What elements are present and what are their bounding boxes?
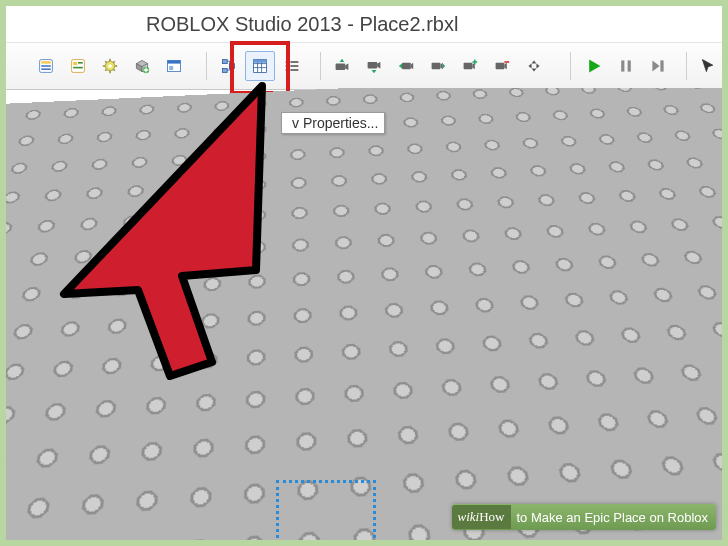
properties-button[interactable] bbox=[245, 51, 275, 81]
explorer-button[interactable] bbox=[63, 51, 93, 81]
diagram-button[interactable] bbox=[213, 51, 243, 81]
camera-zoom-out-button[interactable] bbox=[487, 51, 517, 81]
svg-rect-13 bbox=[169, 66, 173, 70]
svg-rect-14 bbox=[222, 60, 227, 64]
camera-zoom-in-button[interactable] bbox=[455, 51, 485, 81]
svg-rect-18 bbox=[254, 60, 267, 63]
baseplate bbox=[6, 88, 722, 540]
select-cursor-icon bbox=[700, 56, 716, 76]
toolbar-group-camera bbox=[326, 49, 550, 83]
svg-rect-21 bbox=[286, 69, 289, 71]
output-button[interactable] bbox=[277, 51, 307, 81]
camera-zoom-in-icon bbox=[462, 56, 478, 76]
svg-rect-31 bbox=[621, 60, 624, 71]
wikihow-caption-text: to Make an Epic Place on Roblox bbox=[517, 510, 709, 525]
toolbar-group-view bbox=[212, 49, 308, 83]
camera-pan-left-icon bbox=[398, 56, 414, 76]
svg-rect-28 bbox=[432, 63, 441, 69]
toolbox-button[interactable] bbox=[31, 51, 61, 81]
step-back-button[interactable] bbox=[643, 51, 673, 81]
svg-rect-16 bbox=[230, 64, 235, 69]
svg-rect-29 bbox=[464, 63, 473, 69]
object-browser-button[interactable] bbox=[159, 51, 189, 81]
settings-gear-icon bbox=[102, 56, 118, 76]
svg-point-9 bbox=[108, 64, 112, 68]
svg-rect-26 bbox=[368, 62, 378, 68]
window-title: ROBLOX Studio 2013 - Place2.rbxl bbox=[6, 6, 722, 43]
settings-button[interactable] bbox=[95, 51, 125, 81]
app-window: ROBLOX Studio 2013 - Place2.rbxl bbox=[0, 0, 728, 546]
svg-rect-25 bbox=[336, 64, 346, 70]
camera-tilt-down-button[interactable] bbox=[359, 51, 389, 81]
camera-zoom-out-icon bbox=[494, 56, 510, 76]
stud-grid bbox=[6, 88, 722, 540]
camera-pan-right-button[interactable] bbox=[423, 51, 453, 81]
svg-rect-32 bbox=[628, 60, 631, 71]
camera-tilt-down-icon bbox=[366, 56, 382, 76]
svg-rect-5 bbox=[73, 62, 77, 65]
diagram-icon bbox=[220, 56, 236, 76]
svg-rect-22 bbox=[290, 61, 298, 63]
svg-rect-15 bbox=[222, 68, 227, 72]
toolbox-icon bbox=[38, 56, 54, 76]
svg-rect-33 bbox=[660, 60, 663, 71]
svg-rect-23 bbox=[290, 65, 298, 67]
pause-button[interactable] bbox=[611, 51, 641, 81]
step-back-icon bbox=[650, 56, 666, 76]
object-browser-icon bbox=[166, 56, 182, 76]
svg-rect-30 bbox=[496, 63, 505, 69]
svg-rect-4 bbox=[72, 60, 85, 73]
svg-rect-2 bbox=[41, 65, 51, 67]
camera-pan-left-button[interactable] bbox=[391, 51, 421, 81]
svg-rect-27 bbox=[402, 63, 411, 69]
svg-rect-7 bbox=[73, 67, 83, 69]
tooltip: v Properties... bbox=[281, 112, 385, 134]
select-tool-button[interactable] bbox=[693, 51, 723, 81]
camera-tilt-up-icon bbox=[334, 56, 350, 76]
camera-reset-icon bbox=[526, 56, 542, 76]
camera-pan-right-icon bbox=[430, 56, 446, 76]
insert-part-icon bbox=[134, 56, 150, 76]
properties-grid-icon bbox=[252, 56, 268, 76]
toolbar-group-play bbox=[578, 49, 674, 83]
toolbar-group-panels bbox=[30, 49, 190, 83]
wikihow-logo: wikiHow bbox=[452, 505, 511, 529]
camera-tilt-up-button[interactable] bbox=[327, 51, 357, 81]
svg-rect-12 bbox=[168, 60, 181, 63]
play-icon bbox=[586, 56, 602, 76]
svg-rect-6 bbox=[78, 62, 83, 64]
explorer-icon bbox=[70, 56, 86, 76]
svg-rect-20 bbox=[286, 65, 289, 67]
svg-rect-1 bbox=[41, 61, 51, 63]
viewport-3d[interactable] bbox=[6, 88, 722, 540]
camera-reset-button[interactable] bbox=[519, 51, 549, 81]
insert-part-button[interactable] bbox=[127, 51, 157, 81]
svg-rect-3 bbox=[41, 68, 51, 70]
toolbar bbox=[6, 43, 722, 90]
toolbar-group-select bbox=[692, 49, 724, 83]
svg-rect-24 bbox=[290, 69, 298, 71]
play-button[interactable] bbox=[579, 51, 609, 81]
svg-rect-19 bbox=[286, 61, 289, 63]
pause-icon bbox=[618, 56, 634, 76]
output-list-icon bbox=[284, 56, 300, 76]
wikihow-caption: wikiHow to Make an Epic Place on Roblox bbox=[452, 504, 716, 530]
